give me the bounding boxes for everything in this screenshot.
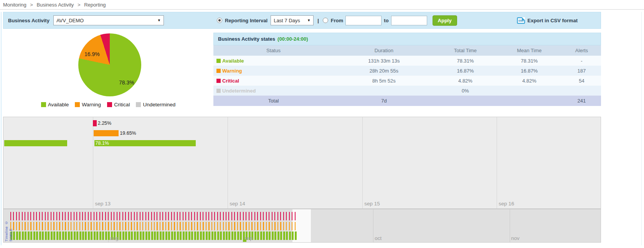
available-event-tick <box>277 231 279 240</box>
status-label: Undetermined <box>222 88 256 94</box>
warning-event-tick <box>274 222 275 230</box>
business-activity-select[interactable]: AVV_DEMO ▼ <box>53 15 164 25</box>
available-event-tick <box>231 231 233 240</box>
critical-event-tick <box>177 212 178 220</box>
available-event-tick <box>200 231 202 240</box>
available-event-tick <box>228 231 230 240</box>
warning-event-tick <box>68 222 69 230</box>
from-date-input[interactable] <box>345 16 381 25</box>
critical-event-tick <box>160 212 160 220</box>
apply-button[interactable]: Apply <box>433 15 457 26</box>
critical-event-tick <box>56 212 57 220</box>
critical-event-tick <box>185 212 186 220</box>
critical-event-tick <box>53 212 54 220</box>
warning-event-tick <box>82 222 83 230</box>
legend-label: Undetermined <box>143 102 175 107</box>
critical-event-tick <box>140 212 140 220</box>
critical-event-tick <box>228 212 229 220</box>
column-header-alerts: Alerts <box>562 48 601 53</box>
warning-event-tick <box>119 222 120 230</box>
timeline-bar-value: 2.25% <box>97 121 111 126</box>
critical-event-tick <box>165 212 166 220</box>
reporting-interval-radio[interactable] <box>217 18 222 23</box>
warning-event-tick <box>160 222 160 230</box>
available-event-tick <box>177 231 179 240</box>
critical-event-tick <box>208 212 209 220</box>
critical-event-tick <box>94 212 94 220</box>
warning-event-tick <box>131 222 132 230</box>
warning-event-tick <box>266 222 267 230</box>
alerts-value: 187 <box>562 68 601 74</box>
warning-event-tick <box>151 222 152 230</box>
available-event-tick <box>280 231 282 240</box>
warning-event-tick <box>237 222 238 230</box>
legend-swatch <box>41 102 46 107</box>
table-row-available: Available131h 33m 13s78.31%78.31%- <box>213 56 601 66</box>
available-event-tick <box>79 231 81 240</box>
chevron-down-icon: ▼ <box>157 18 161 22</box>
overview-month-label: nov <box>511 235 520 241</box>
export-csv-link[interactable]: csv Export in CSV format <box>517 17 578 24</box>
warning-event-tick <box>174 222 175 230</box>
warning-event-tick <box>171 222 172 230</box>
critical-event-tick <box>137 212 137 220</box>
column-header-status: Status <box>213 48 334 53</box>
states-table-title-bar: Business Activity states (00:00-24:00) <box>213 33 601 45</box>
critical-event-tick <box>226 212 226 220</box>
timeline-main-band[interactable]: sep 13sep 14sep 15sep 162.25%19.65%78.1% <box>3 117 601 209</box>
critical-event-tick <box>45 212 46 220</box>
breadcrumb-reporting[interactable]: Reporting <box>84 2 106 8</box>
warning-event-tick <box>295 222 296 230</box>
table-row-critical: Critical8h 5m 52s4.82%4.82%54 <box>213 76 601 86</box>
available-event-tick <box>194 231 196 240</box>
total-time-value: 4.82% <box>434 78 497 84</box>
warning-event-tick <box>125 222 126 230</box>
critical-event-tick <box>85 212 86 220</box>
warning-event-tick <box>134 222 135 230</box>
available-event-tick <box>183 231 185 240</box>
warning-event-tick <box>200 222 201 230</box>
available-event-tick <box>62 231 64 240</box>
critical-event-tick <box>289 212 290 220</box>
available-event-tick <box>16 231 18 240</box>
available-event-tick <box>59 231 61 240</box>
warning-event-tick <box>263 222 264 230</box>
custom-range-radio[interactable] <box>323 18 328 23</box>
critical-event-tick <box>214 212 215 220</box>
available-event-tick <box>272 231 274 240</box>
breadcrumb-monitoring[interactable]: Monitoring <box>3 2 26 8</box>
available-event-tick <box>137 231 139 240</box>
critical-event-tick <box>96 212 97 220</box>
available-event-tick <box>266 231 268 240</box>
warning-event-tick <box>142 222 143 230</box>
critical-event-tick <box>42 212 43 220</box>
reporting-interval-select[interactable]: Last 7 Days ▼ <box>271 15 314 25</box>
critical-event-tick <box>59 212 60 220</box>
critical-event-tick <box>206 212 206 220</box>
warning-event-tick <box>286 222 287 230</box>
to-date-input[interactable] <box>391 16 427 25</box>
legend-item-warning: Warning <box>75 102 101 107</box>
warning-event-tick <box>53 222 54 230</box>
available-event-tick <box>88 231 90 240</box>
breadcrumb-business-activity[interactable]: Business Activity <box>37 2 74 8</box>
available-event-tick <box>160 231 162 240</box>
critical-event-tick <box>48 212 48 220</box>
available-event-tick <box>260 231 262 240</box>
warning-event-tick <box>79 222 80 230</box>
critical-event-tick <box>194 212 195 220</box>
timeline-overview-band[interactable]: Timeline © SIMILE augsepoctnov <box>3 209 601 243</box>
critical-event-tick <box>154 212 155 220</box>
available-event-tick <box>226 231 228 240</box>
available-event-tick <box>171 231 173 240</box>
warning-event-tick <box>122 222 123 230</box>
critical-event-tick <box>39 212 40 220</box>
critical-event-tick <box>272 212 272 220</box>
available-event-tick <box>99 231 101 240</box>
warning-event-tick <box>96 222 97 230</box>
warning-event-tick <box>162 222 163 230</box>
warning-event-tick <box>65 222 66 230</box>
mean-time-value: 4.82% <box>496 78 562 84</box>
breadcrumb-separator: > <box>30 2 33 8</box>
available-event-tick <box>157 231 159 240</box>
